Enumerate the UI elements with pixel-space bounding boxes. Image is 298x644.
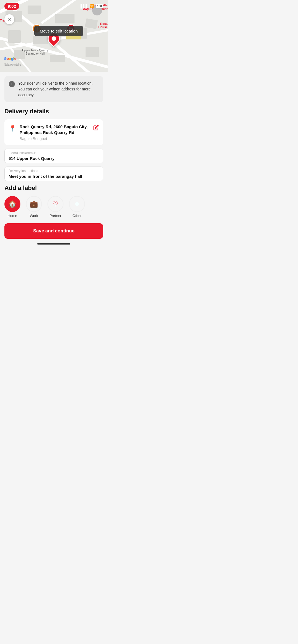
- map-block: [55, 14, 74, 23]
- address-sub: Baguio Benguet: [20, 136, 90, 141]
- close-button[interactable]: ✕: [4, 14, 14, 24]
- map-block: [86, 47, 99, 57]
- delivery-instructions-field[interactable]: Delivery instructions Meet you in front …: [4, 167, 103, 181]
- google-logo: Google: [4, 57, 16, 61]
- info-icon: i: [9, 81, 15, 87]
- home-indicator: [37, 243, 70, 245]
- battery-icon: 100: [96, 4, 103, 8]
- save-continue-button[interactable]: Save and continue: [4, 223, 103, 239]
- marker-inner: [52, 36, 56, 41]
- label-option-other[interactable]: +Other: [69, 196, 85, 218]
- add-label-title: Add a label: [4, 184, 103, 192]
- map-tooltip: Move to edit location: [34, 26, 83, 36]
- delivery-instructions-label: Delivery instructions: [9, 169, 99, 173]
- status-time: 9:02: [4, 3, 19, 10]
- label-option-partner[interactable]: ♡Partner: [47, 196, 63, 218]
- delivery-instructions-value: Meet you in front of the barangay hall: [9, 174, 99, 179]
- address-card: 📍 Rock Quarry Rd, 2600 Baguio City, Phil…: [4, 119, 103, 145]
- status-icons: ▌▌▌ 🛜 100: [81, 4, 103, 8]
- floor-unit-field[interactable]: Floor/Unit/Room # 514 Upper Rock Quarry: [4, 149, 103, 163]
- label-name-work: Work: [30, 214, 38, 218]
- label-icon-other: +: [69, 196, 85, 212]
- address-pin-icon: 📍: [9, 125, 16, 132]
- info-text: Your rider will deliver to the pinned lo…: [18, 80, 99, 98]
- label-option-home[interactable]: 🏠Home: [4, 196, 20, 218]
- map-right-label: Rosa House: [98, 22, 108, 29]
- wifi-icon: 🛜: [90, 4, 94, 8]
- map-block: [8, 30, 21, 43]
- label-icon-partner: ♡: [47, 196, 63, 212]
- label-icon-work: 💼: [26, 196, 42, 212]
- floor-unit-label: Floor/Unit/Room #: [9, 151, 99, 155]
- label-option-work[interactable]: 💼Work: [26, 196, 42, 218]
- label-name-home: Home: [8, 214, 17, 218]
- edit-address-button[interactable]: [93, 125, 99, 132]
- signal-icon: ▌▌▌: [81, 4, 88, 8]
- address-info: Rock Quarry Rd, 2600 Baguio City, Philip…: [20, 124, 90, 141]
- floor-unit-value: 514 Upper Rock Quarry: [9, 156, 99, 161]
- map-place-label: Upper Rock Quarry Barangay Hall: [22, 49, 48, 55]
- map-block: [33, 36, 48, 44]
- status-bar: 9:02 ▌▌▌ 🛜 100: [0, 0, 108, 12]
- map-bottom-label: Naia Apartelle: [4, 63, 21, 66]
- label-options: 🏠Home💼Work♡Partner+Other: [4, 196, 103, 218]
- close-icon: ✕: [7, 17, 12, 22]
- map-block: [85, 18, 98, 29]
- label-name-partner: Partner: [50, 214, 62, 218]
- label-icon-home: 🏠: [4, 196, 20, 212]
- delivery-details-title: Delivery details: [4, 108, 103, 115]
- info-box: i Your rider will deliver to the pinned …: [4, 76, 103, 102]
- content-area: i Your rider will deliver to the pinned …: [0, 72, 108, 250]
- label-name-other: Other: [73, 214, 82, 218]
- address-main: Rock Quarry Rd, 2600 Baguio City, Philip…: [20, 124, 90, 135]
- map-block: [50, 55, 65, 62]
